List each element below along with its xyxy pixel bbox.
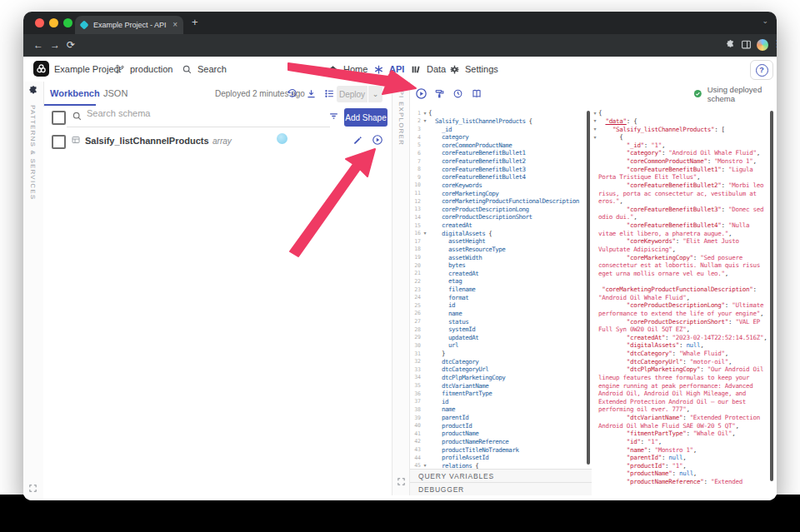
code-line: 40 productId [410,421,592,430]
code-line: 10 coreKeywords [410,181,592,190]
check-circle-icon [693,88,702,99]
forward-button[interactable]: → [50,39,60,51]
schema-search-input[interactable] [85,107,322,119]
schema-row[interactable]: Salsify_listChannelProducts array [43,130,392,153]
edit-pencil-icon[interactable] [352,135,363,146]
nav-data[interactable]: Data [411,57,446,82]
fold-arrow-icon[interactable]: ▾ [592,117,598,124]
tab-close-icon[interactable]: × [172,21,178,29]
expand-explorer-icon[interactable] [397,477,406,486]
filter-list-icon[interactable] [328,111,339,122]
query-editor[interactable]: 1▾{2▾ Salsify_listChannelProducts {3 _id… [410,107,592,469]
code-line: 45▾ relations { [410,462,592,470]
git-branch-icon [115,64,125,74]
code-line: 41 productName [410,430,592,438]
reload-button[interactable]: ⟳ [67,39,75,51]
new-tab-button[interactable]: + [192,16,198,28]
editor-scrollbar[interactable] [587,111,590,465]
deploy-dropdown-button[interactable]: ⌄ [368,86,382,102]
run-query-button[interactable] [415,87,428,100]
code-line: 37 id [410,398,592,406]
puzzle-icon [28,85,39,97]
close-window-button[interactable] [35,18,44,27]
active-tab-underline [44,104,96,106]
code-line: 33 dtcCategoryUrl [410,365,592,374]
fold-arrow-icon[interactable]: ▾ [592,110,598,117]
code-line: "productId": "1", [592,462,777,470]
app-content: Example Project production Search Home A… [23,57,777,500]
extensions-puzzle-icon[interactable] [725,39,736,50]
project-name[interactable]: Example Project [54,57,121,82]
code-line: 28 systemId [410,326,592,334]
fold-arrow-icon[interactable]: ▾ [422,110,428,117]
expand-panel-icon[interactable] [28,484,38,493]
tab-workbench[interactable]: Workbench [50,82,100,105]
browser-tab[interactable]: Example Project - API × [75,16,183,34]
nav-home[interactable]: Home [328,57,368,82]
nav-settings[interactable]: Settings [449,57,498,82]
code-line: eget urna mollis ornare vel eu leo.", [592,270,777,278]
code-line: 44 profileAssetId [410,454,592,462]
query-history-icon[interactable] [452,88,463,99]
code-line: performing oil ever. 777", [592,405,777,414]
code-line: 5 coreCommonProductName [410,142,592,150]
profile-avatar[interactable] [757,39,768,51]
fold-arrow-icon[interactable]: ▾ [422,462,428,469]
code-line: "category": "Android Oil Whale Fluid", [592,149,777,157]
side-panel-icon[interactable] [741,39,752,50]
code-line: "id": "1", [592,438,777,446]
maximize-window-button[interactable] [63,18,72,27]
response-viewer[interactable]: ▾{▾ "data": {▾ "Salsify_listChannelProdu… [592,107,777,500]
code-line: "coreFeatureBenefitBullet1": "Ligula [592,165,777,173]
minimize-window-button[interactable] [49,18,58,27]
code-line: lineup features three formulas to keep y… [592,374,777,382]
response-scrollbar[interactable] [770,111,773,481]
prettify-query-icon[interactable] [434,88,445,99]
browser-menu-icon[interactable]: ⋮ [772,38,777,49]
select-all-checkbox[interactable] [52,111,66,125]
nav-api[interactable]: API [373,57,404,82]
code-line: 8 coreFeatureBenefitBullet3 [410,165,592,173]
add-shape-button[interactable]: Add Shape [344,108,388,127]
tab-favicon-icon [79,20,88,29]
patterns-services-rail[interactable]: PATTERNS & SERVICES [23,82,44,500]
code-line: 27 status [410,317,592,326]
deploy-button[interactable]: Deploy [337,86,368,102]
api-explorer-rail[interactable]: API EXPLORER [392,82,410,495]
tab-search-chevron-icon[interactable]: ⌄ [762,17,768,25]
debugger-section[interactable]: DEBUGGER [410,482,592,495]
schema-type-icon [71,135,81,145]
fold-arrow-icon[interactable]: ▾ [592,126,598,132]
run-shape-query-button[interactable] [372,134,383,146]
code-line: consectetur est at lobortis. Nullam quis… [592,261,777,270]
deploy-history-icon[interactable] [287,88,298,99]
code-line: 21 createdAt [410,270,592,278]
app-logo[interactable] [33,61,49,77]
docs-book-icon[interactable] [471,88,482,99]
fold-arrow-icon[interactable]: ▾ [592,134,598,141]
global-search[interactable]: Search [182,57,227,82]
fold-arrow-icon[interactable]: ▾ [422,117,428,124]
code-line: performance to extend the life of your e… [592,310,777,318]
fold-arrow-icon[interactable]: ▾ [422,230,428,236]
tab-json[interactable]: JSON [103,82,128,105]
list-view-icon[interactable] [324,88,335,99]
code-line: "coreMarketingProductFunctionalDescripti… [592,286,777,294]
code-line: 39 parentId [410,414,592,422]
branch-selector[interactable]: production [115,57,172,82]
help-button[interactable]: ? [750,60,773,80]
code-line: 36 fitmentPartType [410,390,592,398]
code-line: "coreKeywords": "Elit Amet Justo [592,237,777,246]
code-line: Android Oil, Android Oil High Mileage, a… [592,390,777,398]
query-variables-section[interactable]: QUERY VARIABLES [410,469,592,482]
code-line: "coreFeatureBenefitBullet2": "Morbi leo [592,181,777,190]
code-line: ▾{ [592,109,777,117]
code-line: 35 dtcVariantName [410,381,592,390]
code-line: 6 coreFeatureBenefitBullet1 [410,149,592,157]
download-schema-icon[interactable] [306,88,317,99]
code-line: 4 category [410,133,592,142]
back-button[interactable]: ← [33,39,43,51]
code-line: 19 assetWidth [410,253,592,261]
code-line: "coreProductDescriptionShort": "VAL EP [592,317,777,326]
schema-row-checkbox[interactable] [52,135,66,149]
